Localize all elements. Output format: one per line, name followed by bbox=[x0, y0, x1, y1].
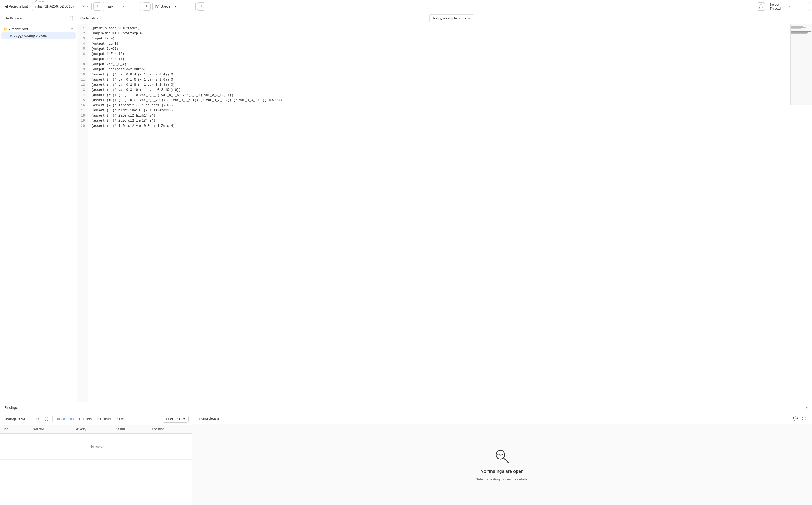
code-line: (assert (= (* var_0_0_4 (- 1 var_0_0_4))… bbox=[91, 72, 809, 77]
filter-tasks-chevron-icon: ▾ bbox=[183, 417, 185, 421]
add-version-button[interactable]: + bbox=[93, 2, 102, 11]
minimap-lines bbox=[791, 24, 812, 36]
no-findings-subtitle: Select a finding to view its details. bbox=[476, 477, 528, 481]
file-browser-expand-button[interactable]: ⛶ bbox=[69, 16, 74, 21]
version-label: Version bbox=[34, 0, 44, 3]
archive-root-chevron-icon: ▼ bbox=[71, 28, 74, 30]
code-line: (output isZero14) bbox=[91, 57, 809, 62]
code-line: (output isZero12) bbox=[91, 52, 809, 57]
findings-expand-button[interactable]: ⛶ bbox=[43, 415, 50, 423]
findings-section: Findings ▾ Findings table ⟳ ⛶ ⊞ C bbox=[0, 402, 812, 505]
code-line: (assert (= (* isZero12 (- 1 isZero12)) 0… bbox=[91, 103, 809, 108]
top-section: File Browser ⛶ 📁 Archive root ▼ buggy-ex… bbox=[0, 13, 812, 402]
task-label: Task bbox=[106, 4, 121, 8]
finding-details-actions: 💬 ⛶ bbox=[791, 415, 808, 422]
minimap-line bbox=[791, 25, 807, 25]
code-line: (assert (= (* high1 inv13) (- 1 isZero12… bbox=[91, 108, 809, 113]
line-number: 8 bbox=[77, 62, 88, 67]
minimap-line bbox=[791, 32, 808, 33]
code-line: (output high1) bbox=[91, 41, 809, 46]
file-browser-header: File Browser ⛶ bbox=[0, 13, 77, 24]
code-area: 1234567891011121314151617181920 (prime-n… bbox=[77, 24, 812, 402]
finding-details-panel: Finding details 💬 ⛶ bbox=[192, 413, 812, 505]
line-number: 13 bbox=[77, 88, 88, 93]
svg-line-1 bbox=[503, 458, 508, 463]
findings-table-head: Tool Detector Severity Status Location bbox=[0, 425, 192, 434]
file-item-buggy-example[interactable]: buggy-example.picus bbox=[1, 32, 76, 39]
main-layout: File Browser ⛶ 📁 Archive root ▼ buggy-ex… bbox=[0, 13, 812, 505]
tab-buggy-example[interactable]: buggy-example.picus ✕ bbox=[429, 14, 474, 22]
line-number: 11 bbox=[77, 77, 88, 82]
filters-button[interactable]: ⊟ Filters bbox=[77, 416, 94, 422]
filter-tasks-button[interactable]: Filter Tasks ▾ bbox=[162, 415, 188, 423]
line-number: 17 bbox=[77, 108, 88, 113]
version-dropdown-button[interactable]: ▾ bbox=[86, 4, 90, 9]
top-bar: ◀ Projects List Version ✕ ▾ + Task ▾ + [… bbox=[0, 0, 812, 13]
minimap-line bbox=[791, 27, 806, 28]
code-line: (assert (= (* isZero12 high1) 0)) bbox=[91, 113, 809, 119]
tab-close-button[interactable]: ✕ bbox=[468, 16, 470, 20]
finding-expand-button[interactable]: ⛶ bbox=[800, 415, 808, 422]
code-content: (prime-number 2013265921)(begin-module B… bbox=[88, 24, 812, 402]
code-line: (assert (= (* isZero12 inv13) 0)) bbox=[91, 119, 809, 124]
line-number: 15 bbox=[77, 98, 88, 103]
projects-list-button[interactable]: ◀ Projects List bbox=[2, 3, 30, 9]
findings-collapse-button[interactable]: ▾ bbox=[806, 405, 808, 410]
code-editor-maximize-button[interactable]: ⛶ bbox=[804, 16, 809, 21]
archive-root-item[interactable]: 📁 Archive root ▼ bbox=[0, 26, 77, 32]
version-group: Version ✕ ▾ bbox=[32, 2, 92, 11]
export-button[interactable]: ↑ Export bbox=[114, 416, 131, 422]
specs-selector[interactable]: [V] Specs ▾ bbox=[152, 2, 195, 11]
col-status: Status bbox=[113, 425, 149, 434]
findings-toolbar: Findings table ⟳ ⛶ ⊞ Columns ⊟ Filter bbox=[0, 413, 192, 425]
findings-table: Tool Detector Severity Status Location N… bbox=[0, 425, 192, 460]
select-thread-chevron-icon: ▾ bbox=[789, 4, 807, 8]
add-task-button[interactable]: + bbox=[143, 2, 151, 11]
no-findings-icon-wrapper bbox=[493, 448, 511, 466]
line-number: 19 bbox=[77, 119, 88, 124]
file-name-label: buggy-example.picus bbox=[13, 33, 47, 38]
file-browser-panel: File Browser ⛶ 📁 Archive root ▼ buggy-ex… bbox=[0, 13, 77, 402]
no-rows-row: No rows bbox=[0, 434, 192, 460]
version-input[interactable] bbox=[32, 4, 81, 8]
findings-table-panel: Findings table ⟳ ⛶ ⊞ Columns ⊟ Filter bbox=[0, 413, 192, 505]
findings-title: Findings bbox=[4, 405, 18, 409]
finding-details-header: Finding details 💬 ⛶ bbox=[192, 413, 812, 424]
columns-label: Columns bbox=[61, 417, 74, 421]
line-number: 12 bbox=[77, 82, 88, 88]
file-tree: 📁 Archive root ▼ buggy-example.picus bbox=[0, 24, 77, 41]
findings-header: Findings ▾ bbox=[0, 402, 812, 413]
select-thread-selector[interactable]: Select Thread ▾ bbox=[767, 2, 810, 11]
version-close-button[interactable]: ✕ bbox=[81, 4, 86, 9]
chat-button[interactable]: 💬 bbox=[757, 2, 765, 11]
toolbar-divider bbox=[52, 416, 53, 422]
finding-comment-button[interactable]: 💬 bbox=[791, 415, 799, 422]
history-icon: ⟳ bbox=[36, 417, 39, 421]
task-selector[interactable]: Task ▾ bbox=[103, 2, 141, 11]
minimap-line bbox=[791, 28, 801, 29]
code-line: (output low22) bbox=[91, 46, 809, 52]
specs-chevron-icon: ▾ bbox=[175, 4, 192, 8]
minimap-line bbox=[791, 26, 810, 26]
finding-details-title: Finding details bbox=[196, 416, 219, 420]
line-number: 1 bbox=[77, 26, 88, 31]
line-number: 18 bbox=[77, 113, 88, 119]
columns-button[interactable]: ⊞ Columns bbox=[55, 416, 76, 422]
density-button[interactable]: ≡ Density bbox=[95, 416, 113, 422]
filter-icon: ⊟ bbox=[79, 417, 82, 421]
code-line: (output DecomposeLow2_out15) bbox=[91, 67, 809, 72]
findings-content: Findings table ⟳ ⛶ ⊞ Columns ⊟ Filter bbox=[0, 413, 812, 505]
archive-root-label: Archive root bbox=[9, 27, 28, 31]
code-line: (output var_0_0_4) bbox=[91, 62, 809, 67]
line-number: 14 bbox=[77, 93, 88, 98]
code-line: (assert (= (* isZero12 var_0_0_4) isZero… bbox=[91, 124, 809, 129]
add-specs-button[interactable]: + bbox=[197, 2, 205, 11]
minimap-line bbox=[791, 33, 807, 33]
density-icon: ≡ bbox=[97, 417, 99, 421]
no-findings-title: No findings are open bbox=[481, 469, 523, 474]
columns-grid-icon: ⊞ bbox=[57, 417, 60, 421]
minimap-line bbox=[791, 31, 811, 32]
line-number: 3 bbox=[77, 36, 88, 41]
findings-table-header-row: Tool Detector Severity Status Location bbox=[0, 425, 192, 434]
history-button[interactable]: ⟳ bbox=[34, 415, 42, 423]
